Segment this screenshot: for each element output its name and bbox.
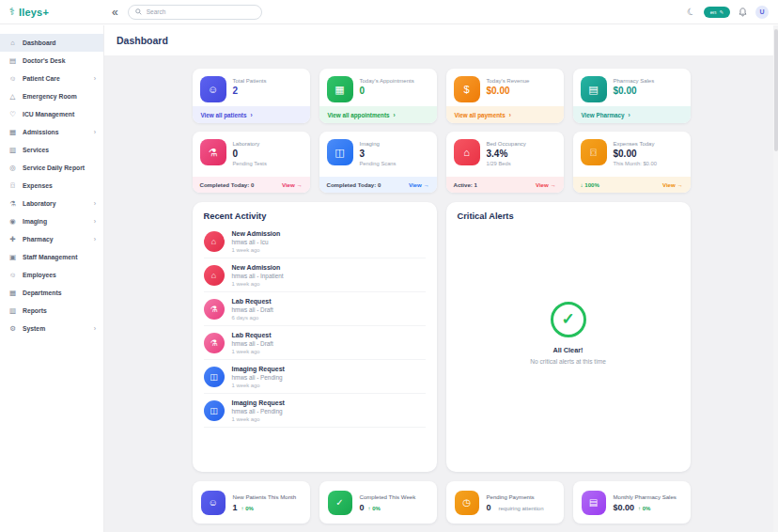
summary-card-icon: ▤ [582,491,606,515]
critical-alerts-title: Critical Alerts [458,211,679,221]
notifications-bell-icon[interactable] [739,8,747,17]
brand-logo: ⚕ Ileys+ [0,7,104,18]
activity-list-item[interactable]: ◫ Imaging Request hmws ali - Pending 1 w… [204,360,426,394]
sidebar-item-icon: ✚ [8,235,18,243]
stat-card: ◫ Imaging 3 Pending Scans Completed Toda… [319,132,437,193]
sidebar-item-label: Patient Care [23,75,60,82]
activity-subtitle: hmws ali - Icu [232,239,281,245]
stat-card-view-link[interactable]: View → [282,181,303,188]
sidebar-item-icon: ◎ [8,164,18,172]
chevron-right-icon [390,112,396,118]
sidebar-item-label: Staff Management [23,254,78,260]
activity-icon: ⚗ [204,299,225,320]
sidebar-item-label: Service Daily Report [23,164,85,171]
sidebar-item-label: Employees [23,272,56,278]
stat-card: ⌼ Expenses Today $0.00 This Month: $0.00… [573,132,691,193]
alerts-status: All Clear! [552,346,583,354]
chevron-right-icon [94,236,96,243]
activity-icon: ⌂ [204,265,225,286]
activity-timestamp: 1 week ago [232,247,281,253]
search-box[interactable] [128,5,262,20]
sidebar-item[interactable]: ◎ Service Daily Report [0,159,103,177]
stat-card-label: Imaging [360,141,397,147]
chevron-right-icon [94,200,96,207]
sidebar-item-icon: ⌂ [8,39,18,47]
stat-card: ▦ Today's Appointments 0 View all appoin… [319,69,437,123]
sidebar-item[interactable]: ▤ Doctor's Desk [0,52,103,70]
stat-card-label: Pharmacy Sales [614,78,655,84]
sidebar-item[interactable]: ▥ Reports [0,302,103,320]
sidebar-item[interactable]: △ Emergency Room [0,87,103,105]
stat-card: ⚗ Laboratory 0 Pending Tests Completed T… [193,132,310,193]
stat-card-view-link[interactable]: View → [536,181,556,188]
sidebar-item-label: Expenses [23,182,53,189]
stat-card-value: 0 [360,86,414,96]
summary-card-suffix: requiring attention [499,506,544,511]
sidebar-item[interactable]: ⌼ Expenses [0,177,103,195]
sidebar-item[interactable]: ◉ Imaging [0,212,103,230]
activity-title: Imaging Request [232,366,285,372]
sidebar-item-label: Imaging [23,218,47,225]
sidebar-item[interactable]: ▥ Services [0,141,103,159]
activity-list-item[interactable]: ⌂ New Admission hmws ali - Inpatient 1 w… [204,258,426,292]
activity-list-item[interactable]: ⚗ Lab Request hmws ali - Draft 6 days ag… [204,292,426,326]
sidebar-item[interactable]: ⚗ Laboratory [0,195,103,212]
sidebar-item[interactable]: ⚙ System [0,320,103,337]
summary-card-value: 0 [360,503,365,512]
summary-card-label: Pending Payments [487,493,544,500]
sidebar-item-icon: ▦ [8,289,18,297]
summary-cards-row: ☺ New Patients This Month 1 ↑ 0% ✓ Comp [193,481,691,524]
sidebar-collapse-icon[interactable]: « [112,6,118,19]
summary-card: ✓ Completed This Week 0 ↑ 0% [319,481,437,524]
topbar-actions: ☾ en ✎ U [687,6,778,19]
stat-card-label: Bed Occupancy [487,141,526,147]
recent-activity-panel: Recent Activity ⌂ New Admission hmws ali… [193,202,437,472]
sidebar-item[interactable]: ☺ Employees [0,266,103,284]
stat-card-link[interactable]: View all appointments [319,106,437,123]
sidebar-item[interactable]: ⌂ Dashboard [0,34,103,52]
stat-card-link-label: View all patients [201,112,247,118]
chevron-right-icon [94,325,96,332]
language-pill[interactable]: en ✎ [704,7,730,18]
activity-icon: ◫ [204,400,225,421]
sidebar-item-label: Pharmacy [23,236,54,243]
activity-list-item[interactable]: ◫ Imaging Request hmws ali - Pending 1 w… [204,394,426,428]
sidebar-item[interactable]: ☺ Patient Care [0,70,103,87]
activity-timestamp: 1 week ago [232,281,284,287]
sidebar-item-icon: ⌼ [8,181,18,191]
vertical-scrollbar[interactable] [773,25,778,532]
stat-card: ▤ Pharmacy Sales $0.00 View Pharmacy [573,69,691,123]
sidebar-item-icon: ▥ [8,306,18,315]
stat-card-link[interactable]: View all patients [193,106,310,123]
scrollbar-thumb[interactable] [774,29,778,151]
stat-card-label: Laboratory [233,141,267,147]
sidebar-item[interactable]: ▣ Staff Management [0,248,103,266]
stat-card-value: $0.00 [614,149,657,159]
stat-card-link[interactable]: View Pharmacy [573,106,691,123]
stat-cards-row-2: ⚗ Laboratory 0 Pending Tests Completed T… [193,132,691,193]
sidebar-item-icon: △ [8,92,18,101]
critical-alerts-panel: Critical Alerts ✓ All Clear! No critical… [446,202,691,472]
sidebar-item[interactable]: ▦ Admissions [0,123,103,141]
search-input[interactable] [147,8,255,15]
stat-card: $ Today's Revenue $0.00 View all payment… [446,69,564,123]
activity-subtitle: hmws ali - Inpatient [232,273,284,279]
chevron-right-icon [625,112,630,118]
summary-card-icon: ✓ [328,491,352,515]
stat-card-view-link[interactable]: View → [662,181,683,188]
activity-title: Lab Request [232,332,273,338]
sidebar-item-icon: ☺ [8,74,18,83]
user-avatar[interactable]: U [755,6,769,19]
activity-list-item[interactable]: ⚗ Lab Request hmws ali - Draft 1 week ag… [204,326,426,360]
activity-title: Imaging Request [232,399,285,406]
dark-mode-icon[interactable]: ☾ [685,6,696,18]
page-title: Dashboard [117,35,168,46]
sidebar-item[interactable]: ▦ Departments [0,284,103,302]
stat-card-footer-text: Active: 1 [454,181,477,188]
stat-card-link[interactable]: View all payments [446,106,564,123]
sidebar-item[interactable]: ♡ ICU Management [0,105,103,123]
sidebar-item-label: Dashboard [23,39,56,46]
activity-list-item[interactable]: ⌂ New Admission hmws ali - Icu 1 week ag… [204,225,426,258]
stat-card-view-link[interactable]: View → [409,181,429,188]
sidebar-item[interactable]: ✚ Pharmacy [0,230,103,248]
